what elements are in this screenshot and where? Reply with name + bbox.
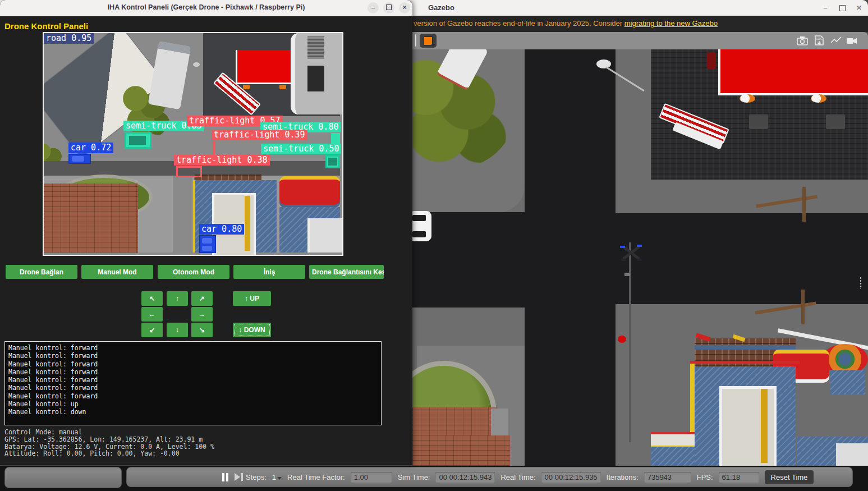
maximize-icon[interactable]	[383, 2, 394, 13]
detection-box-car	[68, 154, 91, 164]
fuel-pump	[279, 85, 286, 89]
camera-screenshot-icon[interactable]	[796, 34, 809, 47]
real-time-label: Real Time:	[500, 473, 535, 481]
white-corner	[307, 218, 342, 253]
disconnect-drone-button[interactable]: Drone Bağlantısını Kes	[309, 265, 384, 279]
detection-label: car 0.80	[199, 224, 244, 235]
street-lamp-head	[596, 59, 611, 68]
move-down-right-button[interactable]: ↘	[191, 323, 213, 337]
move-backward-button[interactable]: ↓	[167, 323, 188, 337]
detection-box-semi-truck	[125, 132, 151, 149]
migrate-link[interactable]: migrating to the new Gazebo	[624, 19, 718, 27]
real-time-value: 00 00:12:15.935	[541, 472, 601, 483]
time-panel: Steps: 1 Real Time Factor: 1.00 Sim Time…	[126, 467, 853, 487]
gazebo-bottom-strip: Steps: 1 Real Time Factor: 1.00 Sim Time…	[0, 466, 868, 491]
pump-island	[826, 114, 845, 129]
box-cube-select-icon[interactable]	[420, 34, 437, 48]
west-wing-roof	[651, 447, 695, 466]
parked-car	[707, 52, 716, 69]
street-lamp-head	[193, 62, 200, 67]
manual-mode-button[interactable]: Manuel Mod	[81, 265, 153, 279]
altitude-down-button[interactable]: ↓ DOWN	[233, 323, 271, 337]
log-record-icon[interactable]: LOG	[812, 34, 826, 47]
iha-titlebar[interactable]: IHA Kontrol Paneli (Gerçek Drone - Pixha…	[0, 0, 412, 16]
fuel-pump	[740, 94, 755, 103]
white-corner	[836, 443, 868, 466]
ambulance	[412, 211, 431, 241]
detection-box-traffic-light	[176, 166, 202, 177]
connect-drone-button[interactable]: Drone Bağlan	[6, 265, 77, 279]
steps-value[interactable]: 1	[272, 473, 282, 481]
minimize-icon[interactable]: –	[820, 3, 830, 13]
close-icon[interactable]: ✕	[399, 2, 410, 13]
detection-box-car	[199, 235, 216, 253]
move-down-left-button[interactable]: ↙	[141, 323, 163, 337]
pole-bracket	[624, 273, 630, 276]
detection-label: car 0.72	[68, 143, 113, 153]
steps-label: Steps:	[246, 473, 267, 481]
quadcopter-drone	[620, 244, 642, 263]
fire-hydrant	[618, 336, 626, 343]
move-right-button[interactable]: →	[191, 307, 213, 322]
red-trim	[690, 361, 800, 364]
blue-beam	[695, 345, 796, 350]
steps-caret-icon	[277, 477, 282, 480]
gas-station-lot	[651, 49, 868, 180]
panel-splitter-handle[interactable]	[858, 277, 863, 289]
iterations-value: 735943	[644, 472, 691, 483]
sign-cylinder	[830, 370, 865, 394]
move-forward-button[interactable]: ↑	[167, 291, 188, 306]
log-line: Manuel kontrol: down	[8, 408, 378, 416]
fps-value: 61.18	[719, 472, 759, 483]
white-frame-building	[291, 33, 343, 114]
west-wing-trim	[651, 432, 695, 446]
log-line: Manuel kontrol: forward	[8, 360, 378, 368]
restore-icon[interactable]	[837, 3, 847, 13]
road-horizontal-east	[616, 213, 868, 304]
roof-step	[491, 409, 508, 435]
iterations-label: Iterations:	[607, 473, 639, 481]
autonomous-mode-button[interactable]: Otonom Mod	[158, 265, 229, 279]
minimize-icon[interactable]: –	[368, 2, 379, 13]
land-button[interactable]: İniş	[233, 265, 305, 279]
gazebo-window-title: Gazebo	[428, 3, 454, 12]
move-up-left-button[interactable]: ↖	[141, 291, 163, 306]
left-panel-footer	[4, 467, 122, 488]
rtf-value: 1.00	[351, 472, 392, 483]
plot-window-icon[interactable]	[829, 34, 843, 47]
reset-time-button[interactable]: Reset Time	[765, 470, 814, 484]
close-icon[interactable]: ✕	[854, 3, 864, 13]
log-line: Manuel kontrol: forward	[8, 352, 378, 360]
fuel-pump	[243, 85, 250, 89]
burger-sign-body	[279, 176, 340, 208]
brick-roof-annex	[445, 435, 510, 466]
altitude-up-button[interactable]: ↑ UP	[233, 291, 271, 306]
detection-camera-view: road 0.95 semi-truck 0.83 traffic-light …	[43, 32, 343, 256]
pump-island	[749, 114, 768, 129]
sidewalk-block-northwest	[412, 49, 525, 212]
road-vertical	[525, 49, 616, 466]
sim-time-label: Sim Time:	[398, 473, 430, 481]
video-record-icon[interactable]	[845, 34, 858, 47]
log-line: Manuel kontrol: forward	[8, 392, 378, 400]
move-left-button[interactable]: ←	[141, 307, 163, 322]
log-line: Manuel kontrol: forward	[8, 344, 378, 352]
pause-icon[interactable]	[222, 473, 229, 481]
gps-line: GPS: Lat: -35.362856, Lon: 149.165237, A…	[4, 436, 214, 443]
log-line: Manuel kontrol: forward	[8, 384, 378, 392]
iha-control-window: IHA Kontrol Paneli (Gerçek Drone - Pixha…	[0, 0, 412, 465]
detection-box-semi-truck	[325, 155, 340, 168]
toolbar-drag-handle[interactable]	[415, 34, 416, 47]
simulation-scene	[412, 49, 868, 466]
power-pole-cross	[801, 290, 805, 324]
tower-yellow-stripe	[245, 196, 250, 251]
move-up-right-button[interactable]: ↗	[191, 291, 213, 306]
fuel-pump	[811, 94, 826, 103]
log-line: Manuel kontrol: forward	[8, 376, 378, 384]
sidewalk-block-southwest	[412, 308, 525, 466]
brick-roof-building	[44, 183, 138, 253]
control-log-console[interactable]: Manuel kontrol: forward Manuel kontrol: …	[4, 341, 382, 425]
step-icon[interactable]	[235, 473, 240, 481]
panel-heading: Drone Kontrol Paneli	[4, 21, 88, 31]
log-line: Manuel kontrol: up	[8, 400, 378, 408]
